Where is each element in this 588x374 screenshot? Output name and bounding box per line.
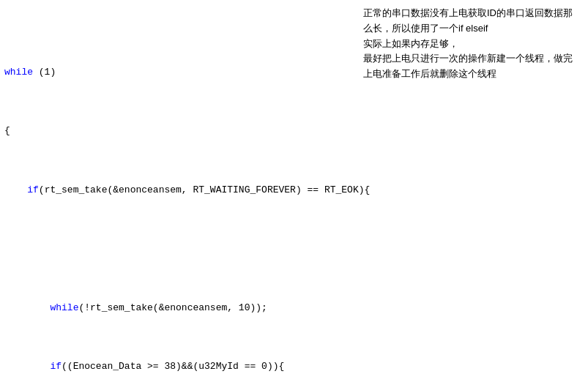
code-line-5: while(!rt_sem_take(&enonceansem, 10)); [4, 301, 584, 315]
code-line-6: if((Enocean_Data >= 38)&&(u32MyId == 0))… [4, 359, 584, 374]
code-editor: while (1) { if(rt_sem_take(&enonceansem,… [4, 6, 584, 374]
code-line-2: { [4, 124, 584, 138]
code-line-3: if(rt_sem_take(&enonceansem, RT_WAITING_… [4, 183, 584, 198]
code-line-4 [4, 242, 584, 256]
annotation-1: 正常的串口数据没有上电获取ID的串口返回数据那么长，所以使用了一个if else… [363, 6, 579, 82]
annotation-text-1: 正常的串口数据没有上电获取ID的串口返回数据那么长，所以使用了一个if else… [363, 7, 573, 79]
